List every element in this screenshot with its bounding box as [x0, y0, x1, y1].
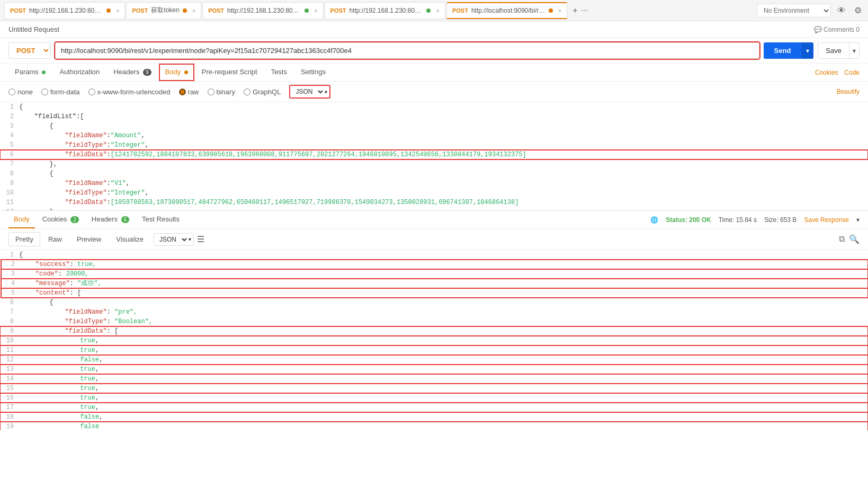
response-line-3: 3 "code": 20000,	[1, 269, 868, 279]
body-options: none form-data x-www-form-urlencoded raw…	[0, 82, 868, 102]
resp-line-content-4: "message": "成功",	[20, 279, 868, 288]
resp-line-number-3: 3	[1, 269, 20, 279]
response-line-5: 5 "content": [	[1, 288, 868, 298]
resp-tab-body[interactable]: Body	[8, 211, 35, 228]
url-input[interactable]	[55, 42, 759, 59]
resp-line-number-16: 16	[0, 393, 19, 403]
gear-icon[interactable]: ⚙	[852, 3, 864, 17]
option-raw[interactable]: raw	[179, 88, 199, 96]
rv-tab-raw[interactable]: Raw	[41, 232, 69, 246]
resp-tab-headers[interactable]: Headers 6	[86, 211, 135, 228]
option-none[interactable]: none	[8, 88, 33, 96]
line-number-3: 3	[0, 121, 19, 131]
env-select[interactable]: No Environment	[757, 4, 831, 17]
tab-close-1[interactable]: ×	[116, 7, 119, 14]
response-line-1: 1{	[0, 250, 868, 260]
comments-button[interactable]: 💬 Comments 0	[814, 26, 860, 33]
method-select[interactable]: POST	[8, 42, 51, 59]
save-button[interactable]: Save	[818, 42, 849, 59]
save-button-group: Save ▾	[818, 42, 860, 59]
response-line-10: 10 true,	[0, 336, 868, 345]
send-dropdown[interactable]: ▾	[801, 42, 813, 59]
tab-dot-1	[106, 8, 111, 13]
option-formdata[interactable]: form-data	[41, 88, 80, 96]
tab-authorization[interactable]: Authorization	[53, 64, 106, 81]
resp-view-right: ⧉ 🔍	[839, 234, 860, 244]
send-button[interactable]: Send	[764, 42, 802, 59]
line-content-12: },	[19, 207, 868, 211]
response-code-area[interactable]: 1{2 "success": true,3 "code": 20000,4 "m…	[0, 250, 868, 430]
tab-params[interactable]: Params	[8, 64, 52, 81]
save-response-button[interactable]: Save Response	[804, 216, 849, 224]
line-content-6: "fieldData":[1241782592,1884107833,63998…	[19, 150, 868, 159]
tab-actions: + ···	[572, 6, 588, 15]
line-content-5: "fieldType":"Integer",	[19, 140, 868, 150]
add-tab-icon[interactable]: +	[572, 6, 577, 15]
response-line-6: 6 {	[0, 298, 868, 307]
option-urlencoded[interactable]: x-www-form-urlencoded	[88, 88, 171, 96]
resp-line-number-4: 4	[1, 279, 20, 288]
resp-line-content-19: false	[19, 422, 868, 430]
tab-2[interactable]: POST 获取token ×	[126, 2, 201, 19]
tab-close-3[interactable]: ×	[314, 7, 317, 14]
tab-3[interactable]: POST http://192.168.1.230:8080/bi/a... ×	[202, 2, 323, 19]
rv-tab-pretty[interactable]: Pretty	[8, 232, 40, 246]
size-badge: Size: 653 B	[764, 216, 797, 224]
tab-5[interactable]: POST http://localhost:9090/bi/rest/v... …	[446, 2, 567, 19]
resp-line-number-15: 15	[0, 384, 19, 393]
tab-method-1: POST	[10, 7, 26, 14]
tab-headers[interactable]: Headers 9	[107, 64, 157, 81]
tab-tests[interactable]: Tests	[265, 64, 293, 81]
cookies-link[interactable]: Cookies	[815, 69, 838, 76]
json-format-select[interactable]: JSON	[290, 86, 325, 97]
tab-prerequest[interactable]: Pre-request Script	[195, 64, 264, 81]
request-line-4: 4 "fieldName":"Amount",	[0, 131, 868, 140]
tab-close-5[interactable]: ×	[558, 7, 561, 14]
resp-line-number-7: 7	[0, 307, 19, 317]
line-content-8: {	[19, 169, 868, 179]
resp-line-content-18: false,	[19, 412, 868, 422]
rv-tab-visualize[interactable]: Visualize	[109, 232, 150, 246]
tab-settings[interactable]: Settings	[294, 64, 332, 81]
save-response-dropdown[interactable]: ▾	[856, 216, 860, 224]
resp-line-content-12: false,	[19, 355, 868, 365]
tab-body[interactable]: Body	[159, 64, 194, 81]
response-line-18: 18 false,	[0, 412, 868, 422]
line-content-10: "fieldType":"Integer",	[19, 188, 868, 198]
option-binary[interactable]: binary	[208, 88, 235, 96]
copy-icon[interactable]: ⧉	[839, 234, 845, 244]
resp-line-number-9: 9	[0, 326, 19, 336]
eye-icon[interactable]: 👁	[835, 4, 848, 17]
resp-line-content-14: true,	[19, 374, 868, 384]
resp-line-number-10: 10	[0, 336, 19, 345]
tab-close-2[interactable]: ×	[192, 7, 195, 14]
filter-icon[interactable]: ☰	[197, 234, 204, 244]
request-code-area[interactable]: 1{2 "fieldList":[3 {4 "fieldName":"Amoun…	[0, 102, 868, 211]
rv-tab-preview[interactable]: Preview	[70, 232, 108, 246]
code-link[interactable]: Code	[844, 69, 860, 76]
resp-line-number-6: 6	[0, 298, 19, 307]
url-bar: POST Send ▾ Save ▾	[0, 38, 868, 64]
resp-line-content-7: "fieldName": "pre",	[19, 307, 868, 317]
response-tabs: Body Cookies 2 Headers 6 Test Results 🌐 …	[0, 211, 868, 229]
resp-line-number-2: 2	[1, 260, 20, 269]
save-dropdown[interactable]: ▾	[849, 42, 860, 59]
globe-icon: 🌐	[650, 216, 658, 224]
resp-tab-testresults[interactable]: Test Results	[137, 211, 185, 228]
tab-close-4[interactable]: ×	[436, 7, 439, 14]
tab-label-5: http://localhost:9090/bi/rest/v...	[471, 7, 545, 14]
response-line-16: 16 true,	[0, 393, 868, 403]
resp-line-number-13: 13	[0, 365, 19, 374]
tab-4[interactable]: POST http://192.168.1.230:8080/bi/r... ×	[325, 2, 445, 19]
resp-json-format-select[interactable]: JSON	[154, 234, 189, 245]
tab-1[interactable]: POST http://192.168.1.230:8080/bi/a... ×	[4, 2, 125, 19]
beautify-button[interactable]: Beautify	[837, 88, 860, 95]
search-icon[interactable]: 🔍	[849, 234, 860, 244]
request-tabs: Params Authorization Headers 9 Body Pre-…	[0, 64, 868, 82]
option-graphql[interactable]: GraphQL	[244, 88, 281, 96]
resp-line-number-17: 17	[0, 403, 19, 412]
resp-tab-cookies[interactable]: Cookies 2	[37, 211, 84, 228]
response-line-8: 8 "fieldType": "Boolean",	[0, 317, 868, 326]
tab-label-4: http://192.168.1.230:8080/bi/r...	[349, 7, 423, 14]
more-tabs-icon[interactable]: ···	[581, 6, 588, 15]
